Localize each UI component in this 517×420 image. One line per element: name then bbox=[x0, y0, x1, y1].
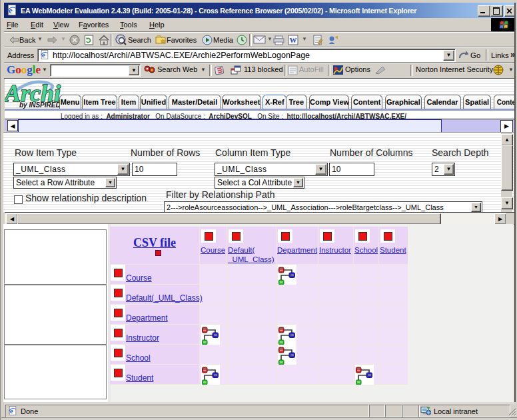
svg-text:W: W bbox=[290, 36, 297, 44]
svg-text:e: e bbox=[10, 407, 13, 415]
svg-text:e: e bbox=[9, 5, 13, 15]
svg-text:by INSPIRED: by INSPIRED bbox=[19, 101, 61, 109]
svg-text:e: e bbox=[42, 51, 45, 59]
